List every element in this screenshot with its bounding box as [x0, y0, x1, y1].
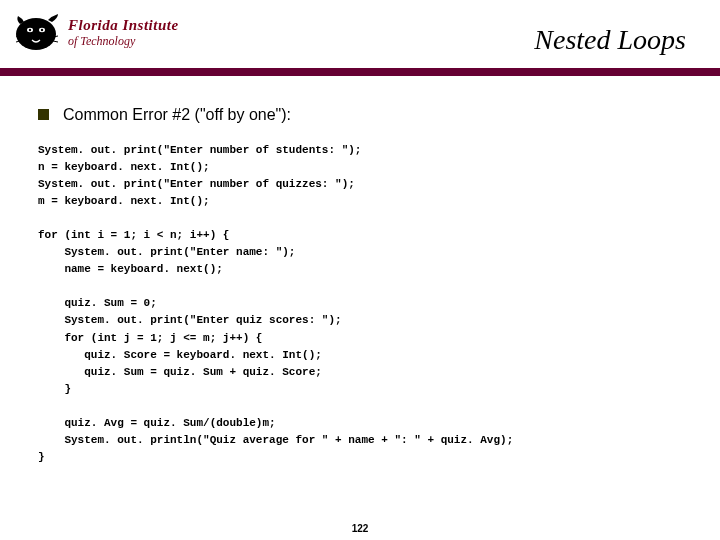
- bullet-row: Common Error #2 ("off by one"):: [38, 106, 682, 124]
- slide-body: Common Error #2 ("off by one"): System. …: [38, 106, 682, 466]
- slide: Florida Institute of Technology Nested L…: [0, 0, 720, 540]
- header: Florida Institute of Technology Nested L…: [0, 0, 720, 68]
- bullet-icon: [38, 109, 49, 120]
- logo-line1: Florida Institute: [68, 18, 179, 33]
- code-block: System. out. print("Enter number of stud…: [38, 142, 682, 466]
- svg-point-3: [29, 29, 31, 31]
- logo-line2: of Technology: [68, 35, 179, 47]
- logo-text: Florida Institute of Technology: [68, 18, 179, 47]
- slide-title: Nested Loops: [534, 24, 686, 56]
- panther-icon: [14, 10, 62, 54]
- svg-point-4: [41, 29, 43, 31]
- logo: Florida Institute of Technology: [14, 8, 179, 56]
- header-divider: [0, 68, 720, 76]
- bullet-text: Common Error #2 ("off by one"):: [63, 106, 291, 124]
- page-number: 122: [0, 523, 720, 534]
